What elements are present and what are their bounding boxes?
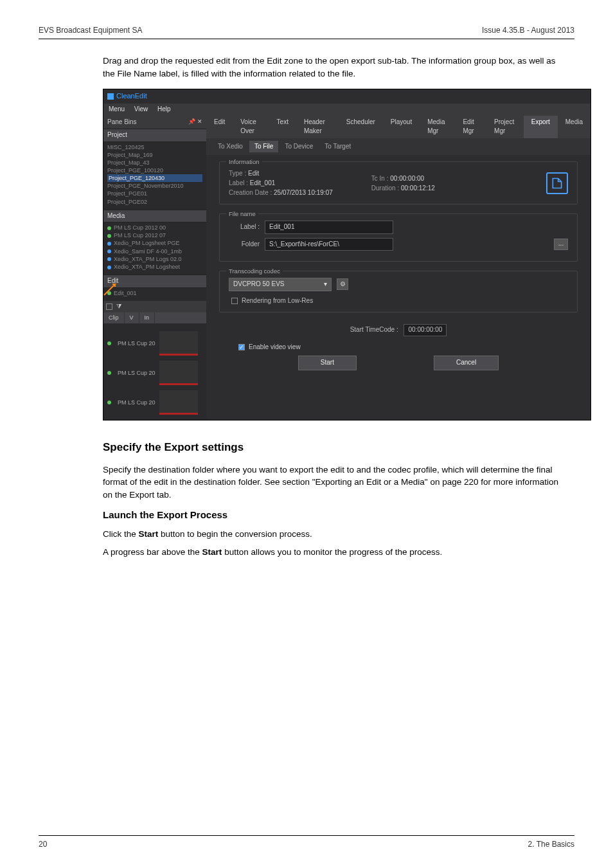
window-titlebar: CleanEdit [103, 89, 591, 104]
tab-edit-mgr[interactable]: Edit Mgr [455, 116, 486, 138]
tab-voice-over[interactable]: Voice Over [233, 116, 269, 138]
codec-select-value: DVCPRO 50 EVS [233, 280, 284, 289]
filename-label-input[interactable]: Edit_001 [265, 221, 393, 234]
edit-list[interactable]: Edit_001 [103, 288, 206, 301]
cancel-button[interactable]: Cancel [434, 356, 499, 370]
main-tabs[interactable]: Edit Voice Over Text Header Maker Schedu… [206, 116, 591, 138]
start-button[interactable]: Start [298, 356, 357, 370]
menu-menu[interactable]: Menu [109, 105, 125, 113]
info-dur-value: 00:00:12:12 [401, 185, 435, 192]
window-title: CleanEdit [116, 91, 147, 102]
clip-row[interactable]: PM LS Cup 20 [107, 330, 202, 357]
start-timecode-input[interactable]: 00:00:00:00 [404, 324, 447, 336]
render-lowres-label: Rendering from Low-Res [242, 296, 313, 306]
menu-view[interactable]: View [134, 105, 148, 113]
info-type-value: Edit [248, 170, 259, 177]
clip-row[interactable]: PM LS Cup 20 [107, 389, 202, 416]
project-section-header[interactable]: Project [103, 129, 206, 142]
page-footer: 20 2. The Basics [39, 835, 574, 849]
tab-scheduler[interactable]: Scheduler [339, 116, 383, 138]
media-section-header[interactable]: Media [103, 210, 206, 223]
filename-folder-input[interactable]: S:\_Export\hi-res\ForCE\ [265, 238, 393, 251]
filter-bar[interactable]: ⧩ [103, 301, 206, 313]
media-item[interactable]: Xedio_PM Logsheet PGE [107, 239, 202, 247]
filename-group: File name Label : Edit_001 Folder S:\_Ex… [219, 213, 578, 262]
project-item-selected[interactable]: Project_PGE_120430 [107, 174, 202, 182]
info-label-value: Edit_001 [250, 179, 275, 186]
filter-checkbox[interactable] [106, 303, 112, 310]
menu-bar[interactable]: Menu View Help [103, 104, 591, 116]
file-type-icon [546, 172, 568, 194]
launch-export-p2: A progress bar above the Start button al… [103, 546, 568, 559]
project-item[interactable]: Project_PGE_100120 [107, 167, 202, 174]
specify-export-heading: Specify the Export settings [103, 440, 568, 456]
edit-item[interactable]: Edit_001 [107, 289, 202, 297]
media-item[interactable]: Xedio_Sami DF 4-00_1mb [107, 248, 202, 255]
header-left: EVS Broadcast Equipment SA [39, 26, 142, 35]
project-list[interactable]: MISC_120425 Project_Map_169 Project_Map_… [103, 142, 206, 210]
filename-label-label: Label : [229, 222, 260, 232]
media-item[interactable]: PM LS Cup 2012 00 [107, 224, 202, 231]
render-lowres-checkbox[interactable] [231, 298, 238, 304]
page-number: 20 [39, 840, 47, 849]
tab-media-mgr[interactable]: Media Mgr [420, 116, 455, 138]
app-icon [107, 93, 114, 100]
information-group-title: Information [226, 158, 262, 167]
project-item[interactable]: MISC_120425 [107, 143, 202, 151]
tab-text[interactable]: Text [269, 116, 296, 138]
project-item[interactable]: Project_Map_43 [107, 159, 202, 167]
tab-playout[interactable]: Playout [383, 116, 420, 138]
information-group: Information Type : Edit Label : Edit_001… [219, 161, 578, 204]
intro-paragraph: Drag and drop the requested edit from th… [103, 55, 568, 80]
transcoding-group-title: Transcoding codec [226, 267, 283, 276]
browse-button[interactable]: ... [554, 239, 568, 250]
launch-export-heading: Launch the Export Process [103, 508, 568, 522]
page-header: EVS Broadcast Equipment SA Issue 4.35.B … [39, 26, 574, 39]
tab-project-mgr[interactable]: Project Mgr [486, 116, 524, 138]
tab-export[interactable]: Export [524, 116, 558, 138]
enable-video-view-label: Enable video view [249, 343, 301, 352]
project-item[interactable]: Project_PGE02 [107, 198, 202, 206]
codec-select[interactable]: DVCPRO 50 EVS ▾ [229, 278, 332, 291]
info-cdate-label: Creation Date : [229, 188, 272, 197]
menu-help[interactable]: Help [157, 105, 171, 113]
subtab-to-file[interactable]: To File [249, 141, 278, 153]
tab-header-maker[interactable]: Header Maker [296, 116, 339, 138]
filename-folder-label: Folder [229, 240, 260, 249]
header-right: Issue 4.35.B - August 2013 [482, 26, 574, 35]
codec-settings-button[interactable]: ⚙ [337, 278, 348, 290]
enable-video-view-checkbox[interactable] [238, 344, 245, 350]
subtab-to-target[interactable]: To Target [319, 141, 356, 153]
clip-table-header: Clip V In [103, 312, 206, 323]
chevron-down-icon: ▾ [324, 280, 327, 289]
project-item[interactable]: Project_Map_169 [107, 151, 202, 159]
media-item[interactable]: Xedio_XTA_PM Logsheet [107, 263, 202, 271]
project-item[interactable]: Project_PGE01 [107, 190, 202, 197]
info-label-label: Label : [229, 178, 248, 188]
subtab-to-xedio[interactable]: To Xedio [213, 141, 248, 153]
tab-edit[interactable]: Edit [206, 116, 233, 138]
side-panel: Pane Bins 📌 ✕ Project MISC_120425 Projec… [103, 116, 206, 420]
clip-row[interactable]: PM LS Cup 20 [107, 359, 202, 386]
media-list[interactable]: PM LS Cup 2012 00 PM LS Cup 2012 07 Xedi… [103, 222, 206, 275]
media-item[interactable]: Xedio_XTA_PM Logs 02.0 [107, 255, 202, 263]
export-subtabs[interactable]: To Xedio To File To Device To Target [206, 138, 591, 156]
project-item[interactable]: Project_PGE_November2010 [107, 182, 202, 190]
col-v: V [125, 312, 139, 323]
info-tcin-label: Tc In : [371, 174, 389, 183]
filename-group-title: File name [226, 210, 258, 219]
edit-section-header[interactable]: Edit [103, 275, 206, 288]
launch-export-p1: Click the Start button to begin the conv… [103, 528, 568, 541]
media-item[interactable]: PM LS Cup 2012 07 [107, 231, 202, 239]
info-tcin-value: 00:00:00:00 [390, 175, 424, 182]
pin-close-icons[interactable]: 📌 ✕ [188, 118, 202, 126]
info-cdate-value: 25/07/2013 10:19:07 [274, 189, 333, 196]
filter-icon[interactable]: ⧩ [116, 302, 121, 312]
subtab-to-device[interactable]: To Device [280, 141, 318, 153]
tab-media[interactable]: Media [558, 116, 591, 138]
col-clip: Clip [103, 312, 125, 323]
specify-export-paragraph: Specify the destination folder where you… [103, 464, 568, 502]
pane-bins-label: Pane Bins [107, 118, 137, 127]
info-dur-label: Duration : [371, 183, 399, 193]
pane-bins-header: Pane Bins 📌 ✕ [103, 116, 206, 129]
